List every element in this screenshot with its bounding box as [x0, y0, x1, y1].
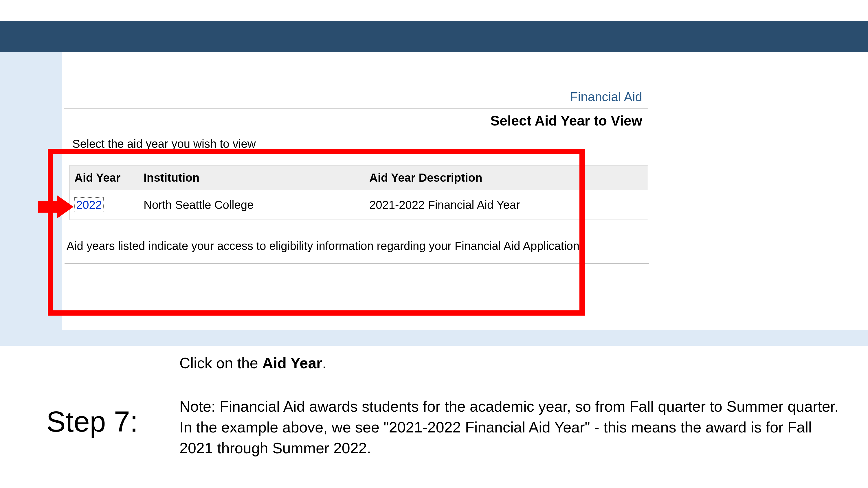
- divider-bottom: [65, 263, 649, 264]
- top-navigation-bar: [0, 21, 868, 52]
- instruction-text: Select the aid year you wish to view: [72, 137, 256, 151]
- table-header-row: Aid Year Institution Aid Year Descriptio…: [70, 165, 648, 190]
- cell-institution: North Seattle College: [139, 190, 365, 220]
- page-title: Select Aid Year to View: [490, 113, 642, 129]
- col-header-institution: Institution: [139, 165, 365, 190]
- cell-description: 2021-2022 Financial Aid Year: [365, 190, 648, 220]
- tutorial-instruction: Click on the Aid Year.: [180, 354, 327, 372]
- instruction-prefix: Click on the: [180, 355, 262, 371]
- divider-top: [64, 108, 648, 109]
- main-content-panel: Financial Aid Select Aid Year to View Se…: [62, 52, 868, 330]
- col-header-aid-year: Aid Year: [70, 165, 139, 190]
- step-label: Step 7:: [46, 405, 138, 438]
- table-row: 2022 North Seattle College 2021-2022 Fin…: [70, 190, 648, 220]
- instruction-bold-text: Aid Year: [262, 355, 322, 371]
- col-header-description: Aid Year Description: [365, 165, 648, 190]
- aid-year-table: Aid Year Institution Aid Year Descriptio…: [69, 165, 648, 220]
- breadcrumb-financial-aid[interactable]: Financial Aid: [570, 90, 642, 104]
- instruction-suffix: .: [322, 355, 326, 371]
- aid-year-link[interactable]: 2022: [74, 197, 104, 212]
- tutorial-note: Note: Financial Aid awards students for …: [180, 396, 839, 458]
- aid-year-table-container: Aid Year Institution Aid Year Descriptio…: [69, 165, 648, 220]
- cell-aid-year: 2022: [70, 190, 139, 220]
- footer-explanation: Aid years listed indicate your access to…: [67, 239, 583, 253]
